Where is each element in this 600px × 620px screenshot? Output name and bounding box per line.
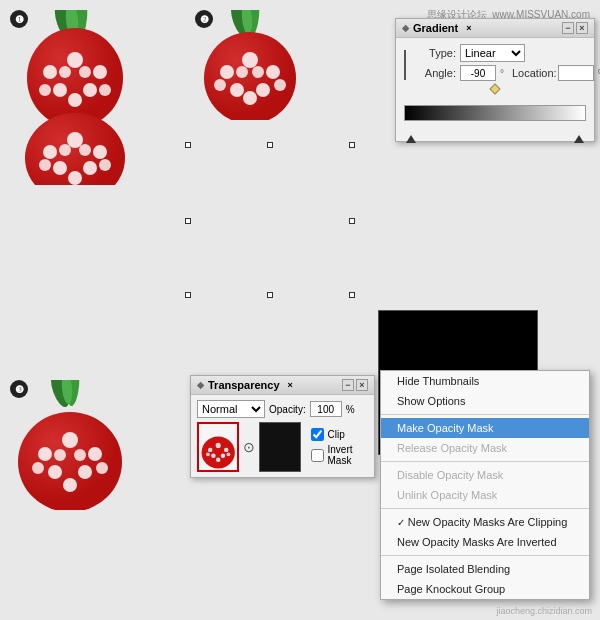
opacity-label: Opacity: [269,404,306,415]
minimize-btn[interactable]: − [562,22,574,34]
menu-new-masks-inverted[interactable]: New Opacity Masks Are Inverted [381,532,589,552]
gradient-stop-left[interactable] [406,135,416,143]
trans-thumb-black[interactable] [259,422,301,472]
menu-sep-4 [381,555,589,556]
menu-make-opacity-mask[interactable]: Make Opacity Mask [381,418,589,438]
menu-hide-thumbnails[interactable]: Hide Thumbnails [381,371,589,391]
vase-2-svg [195,10,305,120]
svg-point-49 [38,447,52,461]
trans-mode-select[interactable]: Normal Multiply Screen [197,400,265,418]
gradient-panel-titlebar[interactable]: ◆ Gradient × − × [396,19,594,38]
gradient-bar-container [404,91,586,135]
svg-point-14 [79,66,91,78]
invert-checkbox[interactable] [311,449,324,462]
svg-point-62 [211,453,215,457]
vase-3-svg [10,380,130,510]
svg-point-37 [256,83,270,97]
trans-close-btn[interactable]: × [356,379,368,391]
svg-point-26 [59,144,71,156]
trans-diamond-icon: ◆ [197,380,204,390]
svg-point-41 [236,66,248,78]
handle-tl[interactable] [185,142,191,148]
svg-point-32 [204,32,296,120]
type-inner-row: Type: Linear Radial [414,44,600,62]
transparency-panel-title: Transparency [208,379,280,391]
trans-thumb-vase[interactable] [197,422,239,472]
handle-bm[interactable] [267,292,273,298]
svg-point-22 [83,161,97,175]
opacity-unit: % [346,404,355,415]
angle-label: Angle: [414,67,456,79]
transparency-body: Normal Multiply Screen Opacity: % [191,395,374,477]
menu-show-options[interactable]: Show Options [381,391,589,411]
titlebar-left: ◆ Gradient × [402,22,472,34]
svg-point-65 [206,452,210,456]
type-row: Type: Linear Radial Angle: ° Location: % [404,44,586,86]
gradient-preview-bar[interactable] [404,105,586,121]
svg-point-38 [243,91,257,105]
gradient-panel: ◆ Gradient × − × Type: Linear Radial A [395,18,595,142]
trans-tab-x: × [288,380,293,390]
bottom-watermark: jiaocheng.chizidian.com [496,606,592,616]
handle-bl[interactable] [185,292,191,298]
svg-point-11 [39,84,51,96]
svg-point-56 [54,449,66,461]
svg-point-50 [88,447,102,461]
svg-point-35 [266,65,280,79]
svg-point-36 [230,83,244,97]
svg-point-7 [93,65,107,79]
handle-ml[interactable] [185,218,191,224]
menu-disable-opacity-mask: Disable Opacity Mask [381,465,589,485]
diamond-icon: ◆ [402,23,409,33]
vase-3-group: ❸ [10,380,130,512]
panel-controls: − × [562,22,588,34]
badge-3: ❸ [10,380,28,398]
menu-page-isolated-blending[interactable]: Page Isolated Blending [381,559,589,579]
svg-point-39 [214,79,226,91]
handle-tr[interactable] [349,142,355,148]
svg-point-19 [43,145,57,159]
trans-checkboxes: Clip Invert Mask [311,428,368,466]
gradient-panel-title: Gradient [413,22,458,34]
opacity-input[interactable] [310,401,342,417]
gradient-swatch[interactable] [404,50,406,80]
svg-point-51 [48,465,62,479]
link-icon[interactable]: ⊙ [243,439,255,455]
svg-point-13 [59,66,71,78]
menu-unlink-opacity-mask: Unlink Opacity Mask [381,485,589,505]
badge-1: ❶ [10,10,28,28]
vase-2-group: ❷ [195,10,305,122]
handle-tm[interactable] [267,142,273,148]
svg-point-27 [79,144,91,156]
trans-thumb-vase-svg [199,425,237,469]
svg-point-48 [62,432,78,448]
handle-br[interactable] [349,292,355,298]
menu-new-masks-clipping[interactable]: New Opacity Masks Are Clipping [381,512,589,532]
svg-point-42 [252,66,264,78]
type-select[interactable]: Linear Radial [460,44,525,62]
svg-point-18 [67,132,83,148]
svg-point-61 [224,448,228,452]
menu-sep-1 [381,414,589,415]
gradient-stop-right[interactable] [574,135,584,143]
trans-mode-row: Normal Multiply Screen Opacity: % [197,400,368,418]
angle-input[interactable] [460,65,496,81]
angle-row: Angle: ° Location: % [414,65,600,81]
trans-thumbnails-row: ⊙ Clip Invert Mask [197,422,368,472]
svg-point-6 [43,65,57,79]
gradient-panel-body: Type: Linear Radial Angle: ° Location: % [396,38,594,141]
menu-page-knockout-group[interactable]: Page Knockout Group [381,579,589,599]
svg-point-33 [242,52,258,68]
clip-row: Clip [311,428,368,441]
svg-point-63 [221,453,225,457]
context-menu: Hide Thumbnails Show Options Make Opacit… [380,370,590,600]
transparency-titlebar[interactable]: ◆ Transparency × − × [191,376,374,395]
close-btn[interactable]: × [576,22,588,34]
trans-titlebar-left: ◆ Transparency × [197,379,293,391]
trans-minimize-btn[interactable]: − [342,379,354,391]
clip-checkbox[interactable] [311,428,324,441]
svg-point-8 [53,83,67,97]
svg-point-25 [99,159,111,171]
location-input[interactable] [558,65,594,81]
handle-mr[interactable] [349,218,355,224]
